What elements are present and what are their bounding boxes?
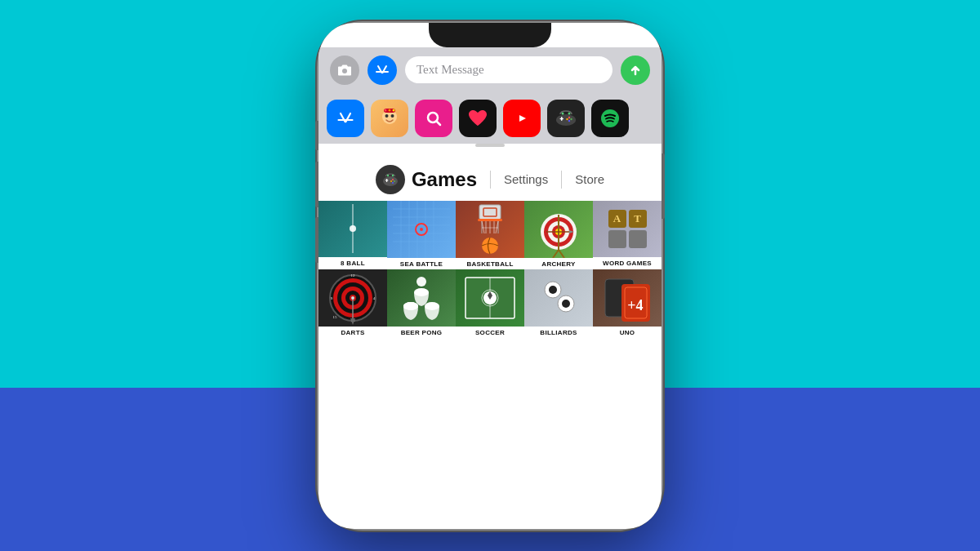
- darts-image: 12 18 9 4 15: [318, 269, 387, 327]
- youtube-icon-glyph: [511, 110, 532, 127]
- svg-point-29: [392, 174, 394, 176]
- game-tile-billiards[interactable]: BILLIARDS: [524, 269, 593, 338]
- soccer-image: [456, 269, 524, 327]
- billiards-scene: [530, 269, 587, 327]
- archery-scene: [530, 201, 587, 258]
- svg-point-5: [385, 109, 387, 111]
- svg-point-0: [342, 69, 347, 73]
- archery-image: [524, 201, 593, 258]
- 8ball-label: 8 BALL: [318, 257, 387, 269]
- search-icon-glyph: [425, 109, 443, 127]
- svg-point-80: [351, 296, 354, 300]
- appstore-app-icon[interactable]: [327, 100, 364, 137]
- svg-point-14: [568, 116, 570, 118]
- seabattle-image: [387, 201, 456, 258]
- 8ball-image: [318, 201, 387, 257]
- cards-scene: +4: [599, 269, 656, 327]
- games-logo: Games: [376, 165, 477, 194]
- svg-line-62: [559, 250, 564, 258]
- svg-rect-23: [385, 180, 389, 180]
- cards-image: +4: [593, 269, 662, 327]
- beerpong-scene: [393, 269, 450, 327]
- games-title: Games: [412, 168, 477, 191]
- app-icons-row: [318, 93, 662, 144]
- svg-point-28: [387, 174, 389, 176]
- game-tile-wordgames[interactable]: A T WORD GAMES: [593, 201, 662, 269]
- svg-point-15: [570, 118, 572, 119]
- gamecontrol-app-icon[interactable]: [547, 100, 585, 137]
- games-header: Games Settings Store: [318, 153, 662, 201]
- basketball-image: [456, 201, 524, 258]
- heartgame-icon-glyph: [467, 109, 488, 128]
- svg-point-3: [391, 114, 394, 118]
- basketball-scene: [461, 201, 519, 258]
- archery-label: ARCHERY: [524, 258, 593, 269]
- memoji-icon-glyph: [377, 106, 402, 131]
- svg-point-26: [392, 182, 394, 184]
- appstore-icon: [375, 63, 390, 78]
- game-tile-seabattle[interactable]: SEA BATTLE: [387, 201, 456, 269]
- game-tile-cards[interactable]: +4 UNO: [593, 269, 662, 338]
- svg-point-93: [549, 286, 557, 294]
- drag-handle: [475, 144, 505, 147]
- heartgame-app-icon[interactable]: [459, 100, 497, 137]
- darts-label: DARTS: [318, 327, 387, 338]
- memoji-app-icon[interactable]: [371, 100, 408, 137]
- svg-rect-44: [479, 205, 501, 220]
- game-tile-darts[interactable]: 12 18 9 4 15 DARTS: [318, 269, 387, 338]
- camera-button[interactable]: [330, 56, 359, 85]
- message-bar: Text Message: [318, 47, 662, 93]
- beerpong-label: BEER PONG: [387, 327, 456, 338]
- billiards-image: [524, 269, 593, 327]
- appstore-button[interactable]: [368, 56, 397, 85]
- message-placeholder: Text Message: [416, 63, 484, 77]
- svg-point-85: [416, 277, 426, 287]
- svg-rect-13: [560, 118, 564, 119]
- appstore-app-icon-glyph: [336, 109, 354, 127]
- store-nav[interactable]: Store: [575, 172, 604, 186]
- phone-frame: Text Message: [318, 23, 662, 529]
- svg-point-18: [562, 112, 564, 114]
- svg-point-2: [385, 114, 389, 118]
- send-button[interactable]: [621, 56, 650, 85]
- wordgames-image: A T: [593, 201, 662, 257]
- svg-point-82: [403, 302, 418, 310]
- games-icon: [376, 165, 405, 194]
- svg-point-55: [482, 238, 498, 254]
- svg-point-17: [566, 118, 568, 119]
- svg-point-31: [350, 225, 356, 232]
- soccer-scene: [461, 269, 519, 327]
- soccer-label: SOCCER: [456, 327, 524, 338]
- svg-rect-46: [478, 219, 502, 221]
- game-tile-archery[interactable]: ARCHERY: [524, 201, 593, 269]
- gamecontrol-icon-glyph: [555, 110, 577, 127]
- svg-point-16: [568, 119, 570, 121]
- word-tile-empty2: [629, 230, 647, 248]
- divider-1: [490, 171, 491, 189]
- phone-wrapper: Text Message: [318, 23, 662, 529]
- 8ball-scene: [324, 201, 381, 257]
- beerpong-image: [387, 269, 456, 327]
- settings-nav[interactable]: Settings: [504, 172, 548, 186]
- search-app-icon[interactable]: [415, 100, 452, 137]
- svg-point-25: [394, 180, 395, 182]
- word-tile-a: A: [608, 210, 626, 228]
- wordgames-label: WORD GAMES: [593, 257, 662, 269]
- youtube-app-icon[interactable]: [503, 100, 541, 137]
- game-tile-beerpong[interactable]: BEER PONG: [387, 269, 456, 338]
- spotify-app-icon[interactable]: [591, 100, 629, 137]
- message-input[interactable]: Text Message: [405, 56, 612, 83]
- svg-point-95: [562, 300, 570, 308]
- camera-icon: [337, 64, 352, 77]
- game-tile-8ball[interactable]: 8 BALL: [318, 201, 387, 269]
- svg-point-11: [556, 114, 576, 126]
- power-button: [662, 153, 665, 219]
- svg-point-7: [393, 109, 395, 111]
- seabattle-label: SEA BATTLE: [387, 258, 456, 269]
- game-tile-basketball[interactable]: BASKETBALL: [456, 201, 524, 269]
- game-tile-soccer[interactable]: SOCCER: [456, 269, 524, 338]
- cards-label: UNO: [593, 327, 662, 338]
- games-grid-row1: 8 BALL: [318, 201, 662, 269]
- svg-text:+4: +4: [627, 297, 643, 313]
- word-tile-empty1: [608, 230, 626, 248]
